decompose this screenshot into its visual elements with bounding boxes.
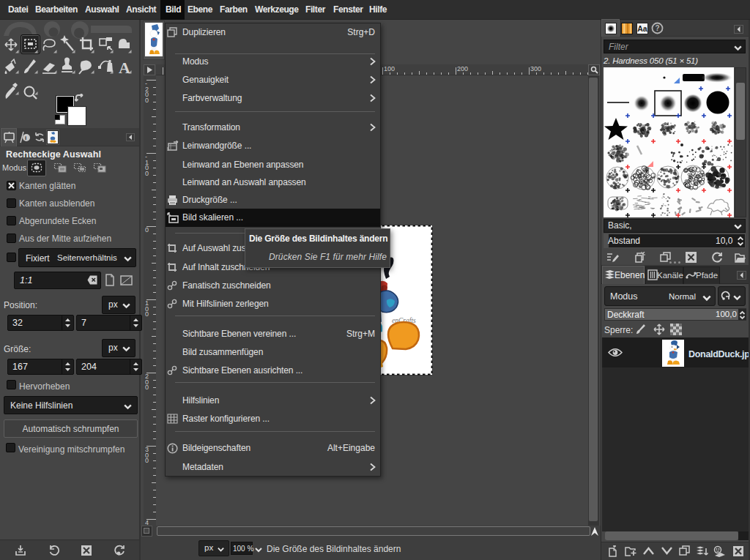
svg-text:200: 200: [457, 65, 468, 72]
svg-text:A: A: [119, 59, 130, 77]
svg-text:i: i: [25, 135, 26, 141]
svg-text:300: 300: [530, 65, 541, 72]
svg-text:?: ?: [656, 24, 660, 32]
svg-text:100: 100: [384, 65, 395, 72]
